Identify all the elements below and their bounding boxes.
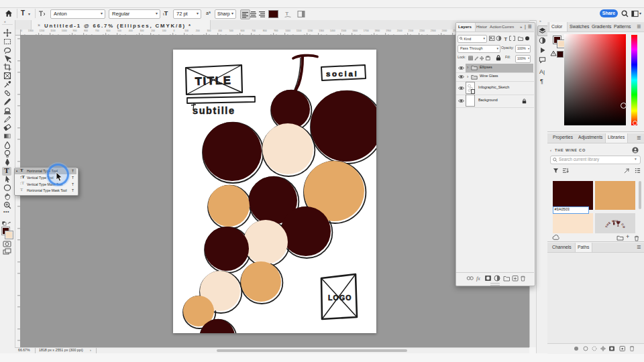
svg-text:T: T (504, 36, 508, 42)
svg-text:THE WINE CO: THE WINE CO (604, 219, 626, 229)
svg-text:LOGO: LOGO (328, 294, 352, 302)
svg-text:social: social (326, 70, 358, 78)
svg-text:fx: fx (476, 276, 480, 282)
svg-text:T: T (285, 11, 288, 17)
svg-text:subtille: subtille (193, 105, 235, 116)
svg-text:TITLE: TITLE (195, 74, 231, 87)
